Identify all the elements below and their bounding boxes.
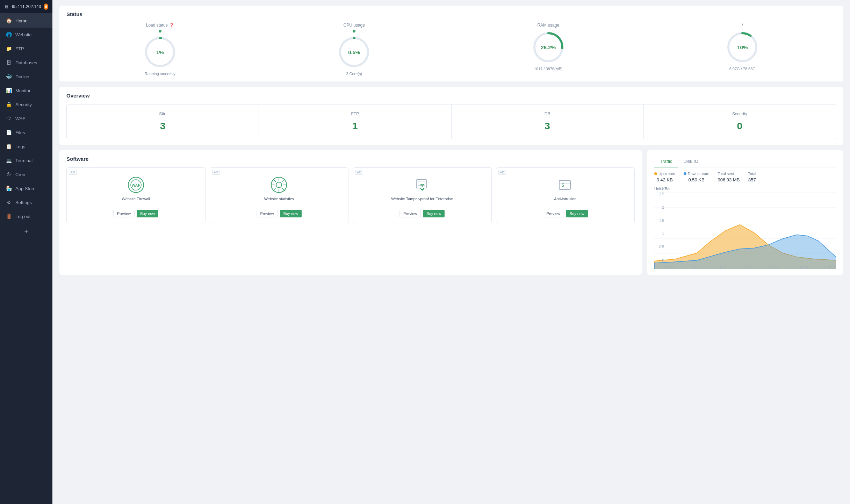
sidebar-item-settings[interactable]: ⚙ Settings — [0, 195, 52, 209]
software-grid: AD WAF Website Firewall Preview Buy now — [66, 167, 635, 223]
gauge-ram: RAM usage 26.2% 1017 / 3876(MB) — [531, 23, 566, 76]
preview-button-tamper[interactable]: Preview — [399, 210, 421, 217]
overview-card-db-value: 3 — [459, 121, 636, 132]
gauge-cpu-container: 0.5% — [337, 35, 372, 70]
terminal-icon: 💻 — [6, 158, 12, 163]
svg-point-12 — [276, 182, 282, 188]
buy-button-stats[interactable]: Buy now — [280, 210, 302, 217]
svg-line-17 — [273, 179, 276, 182]
software-name-waf: Website Firewall — [71, 196, 201, 206]
traffic-stats: Upstream 0.42 KB Downstream 0.50 KB Tota… — [654, 172, 836, 182]
overview-card-db[interactable]: DB 3 — [452, 105, 643, 139]
gauge-ram-sub: 1017 / 3876(MB) — [534, 67, 563, 71]
add-button[interactable]: + — [0, 223, 52, 240]
svg-line-18 — [282, 188, 285, 191]
svg-point-24 — [422, 185, 423, 187]
cron-icon: ⏱ — [6, 172, 12, 177]
sidebar-item-monitor[interactable]: 📊 Monitor — [0, 84, 52, 98]
overview-card-db-label: DB — [459, 111, 636, 116]
overview-card-ftp-label: FTP — [266, 111, 444, 116]
preview-button-stats[interactable]: Preview — [257, 210, 278, 217]
total-label: Total — [748, 172, 756, 176]
software-card-stats: AD — [210, 167, 349, 223]
settings-icon: ⚙ — [6, 200, 12, 205]
bottom-row: Software AD WAF Website Firewall Previe — [59, 150, 843, 275]
notification-badge: 0 — [44, 3, 48, 10]
gauge-disk-label: / — [742, 23, 743, 28]
gauge-cpu-value: 0.5% — [348, 49, 360, 55]
buy-button-anti[interactable]: Buy now — [566, 210, 588, 217]
sidebar-item-logout[interactable]: 🚪 Log out — [0, 209, 52, 223]
traffic-stat-downstream: Downstream 0.50 KB — [684, 172, 709, 182]
x-label-6: 9:10:19 — [824, 265, 836, 269]
traffic-tabs: Traffic Disk IO — [654, 156, 836, 167]
traffic-stat-sent: Total sent 906.93 MB — [718, 172, 740, 182]
software-card-waf: AD WAF Website Firewall Preview Buy now — [66, 167, 206, 223]
sidebar-item-terminal[interactable]: 💻 Terminal — [0, 153, 52, 167]
gauge-ram-container: 26.2% — [531, 30, 566, 65]
sidebar-label-waf: WAF — [15, 116, 25, 121]
software-actions-waf: Preview Buy now — [71, 210, 201, 217]
software-name-tamper: Website Tamper-proof for Enterprise — [357, 196, 487, 206]
downstream-value: 0.50 KB — [684, 177, 709, 182]
gauge-load-container: 1% — [143, 35, 178, 70]
docker-icon: 🐳 — [6, 74, 12, 79]
gauge-cpu-dot — [353, 30, 355, 33]
software-card-tamper: AD Website Tamper-proof for Enterprise — [353, 167, 492, 223]
sidebar-item-waf[interactable]: 🛡 WAF — [0, 111, 52, 125]
overview-card-ftp[interactable]: FTP 1 — [259, 105, 451, 139]
security-icon: 🔒 — [6, 102, 12, 107]
monitor-icon: 📊 — [6, 88, 12, 93]
sidebar-item-logs[interactable]: 📋 Logs — [0, 139, 52, 153]
sidebar-item-docker[interactable]: 🐳 Docker — [0, 70, 52, 84]
files-icon: 📄 — [6, 130, 12, 135]
overview-card-site[interactable]: Site 3 — [67, 105, 259, 139]
sidebar-label-docker: Docker — [15, 74, 30, 79]
tab-traffic[interactable]: Traffic — [654, 156, 678, 167]
traffic-stat-upstream: Upstream 0.42 KB — [654, 172, 675, 182]
preview-button-waf[interactable]: Preview — [113, 210, 135, 217]
sidebar-label-terminal: Terminal — [15, 158, 33, 163]
x-label-5: 9:10:16 — [797, 265, 808, 269]
tab-diskio[interactable]: Disk IO — [678, 156, 704, 167]
waf-icon: 🛡 — [6, 116, 12, 121]
buy-button-waf[interactable]: Buy now — [137, 210, 158, 217]
sidebar-label-home: Home — [15, 18, 28, 23]
ad-badge-anti: AD — [498, 170, 506, 175]
software-card-anti: AD $_ Anti-intrusion Preview Buy now — [496, 167, 635, 223]
server-icon: 🖥 — [4, 4, 9, 9]
y-label-2: 2 — [654, 206, 664, 209]
sidebar-item-cron[interactable]: ⏱ Cron — [0, 167, 52, 181]
overview-card-security[interactable]: Security 0 — [644, 105, 836, 139]
gauge-dot — [159, 30, 161, 33]
gauges-row: Load status ❓ 1% Running smoothly CPU us… — [66, 23, 836, 76]
x-label-1: 9:10:3 — [691, 265, 700, 269]
sidebar-label-ftp: FTP — [15, 46, 24, 51]
sidebar-item-databases[interactable]: 🗄 Databases — [0, 56, 52, 70]
sidebar-item-files[interactable]: 📄 Files — [0, 125, 52, 139]
sidebar-label-appstore: App Store — [15, 186, 36, 191]
gauge-disk-sub: 6.97G / 78.68G — [729, 67, 756, 71]
y-label-05: 0.5 — [654, 245, 664, 249]
buy-button-tamper[interactable]: Buy now — [423, 210, 445, 217]
sidebar-item-ftp[interactable]: 📁 FTP — [0, 42, 52, 56]
sidebar-item-website[interactable]: 🌐 Website — [0, 28, 52, 42]
appstore-icon: 🏪 — [6, 186, 12, 191]
svg-line-19 — [282, 179, 285, 182]
sidebar-item-home[interactable]: 🏠 Home — [0, 14, 52, 28]
overview-section: Overview Site 3 FTP 1 DB 3 Security 0 — [59, 87, 843, 145]
svg-rect-23 — [421, 189, 424, 190]
y-label-1: 1 — [654, 232, 664, 236]
downstream-label: Downstream — [684, 172, 709, 176]
svg-line-20 — [273, 188, 276, 191]
preview-button-anti[interactable]: Preview — [543, 210, 564, 217]
svg-text:WAF: WAF — [132, 183, 141, 187]
gauge-cpu-sub: 2 Core(s) — [346, 72, 362, 76]
gauge-cpu-label: CPU usage — [344, 23, 365, 28]
sent-value: 906.93 MB — [718, 177, 740, 182]
status-title: Status — [66, 11, 836, 17]
sidebar-item-security[interactable]: 🔒 Security — [0, 98, 52, 111]
sidebar-item-appstore[interactable]: 🏪 App Store — [0, 181, 52, 195]
gauge-disk-value: 10% — [737, 44, 748, 50]
sidebar-label-databases: Databases — [15, 60, 37, 65]
